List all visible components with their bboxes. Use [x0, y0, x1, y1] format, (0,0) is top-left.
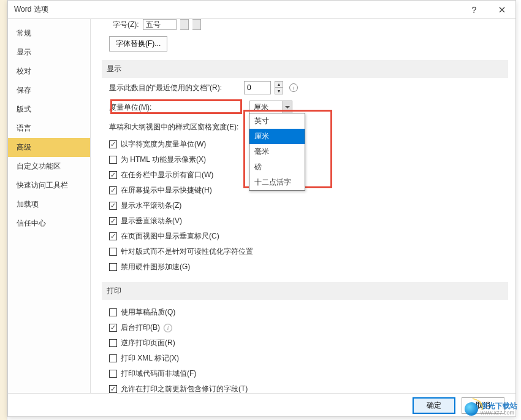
recent-docs-spinner: ▲ ▼ — [275, 81, 283, 94]
checkbox[interactable] — [109, 370, 117, 378]
cb-label[interactable]: 后台打印(B) — [121, 323, 160, 333]
sidebar-item-trust-center[interactable]: 信任中心 — [8, 214, 90, 233]
cb-shortcut-tips: 在屏幕提示中显示快捷键(H) — [102, 183, 513, 198]
dropdown-item-mm[interactable]: 毫米 — [249, 144, 305, 159]
recent-docs-row: 显示此数目的“最近使用的文档”(R): ▲ ▼ i — [102, 78, 513, 97]
cb-label[interactable]: 禁用硬件图形加速(G) — [121, 262, 190, 272]
cb-label[interactable]: 在页面视图中显示垂直标尺(C) — [121, 231, 219, 242]
titlebar: Word 选项 ? — [8, 1, 515, 19]
dialog-footer: 确定 取消 — [8, 393, 515, 418]
cb-optimize-layout: 针对版式而不是针对可读性优化字符位置 — [102, 244, 513, 259]
sidebar: 常规 显示 校对 保存 版式 语言 高级 自定义功能区 快速访问工具栏 加载项 … — [8, 19, 91, 393]
checkbox[interactable] — [109, 324, 117, 332]
sidebar-item-customize-ribbon[interactable]: 自定义功能区 — [8, 157, 90, 176]
background-edge — [0, 0, 7, 420]
draft-width-row: 草稿和大纲视图中的样式区窗格宽度(E): — [102, 117, 513, 137]
sidebar-item-advanced[interactable]: 高级 — [8, 138, 90, 157]
sidebar-item-layout[interactable]: 版式 — [8, 100, 90, 119]
spinner-down-icon[interactable]: ▼ — [275, 88, 283, 94]
checkbox[interactable] — [109, 202, 117, 210]
font-substitute-button[interactable]: 字体替换(F)... — [109, 36, 167, 52]
cb-disable-hw-accel: 禁用硬件图形加速(G) — [102, 259, 513, 275]
font-size-row: 字号(Z): 五号 — [102, 20, 513, 29]
font-size-spinner[interactable] — [180, 19, 189, 30]
sidebar-item-display[interactable]: 显示 — [8, 43, 90, 62]
close-button[interactable] — [488, 1, 515, 19]
checkbox[interactable] — [109, 354, 117, 362]
spinner-up-icon[interactable]: ▲ — [275, 81, 283, 88]
cb-background-print: 后台打印(B)i — [102, 320, 513, 335]
checkbox[interactable] — [109, 156, 117, 164]
checkbox[interactable] — [109, 385, 117, 393]
help-button[interactable]: ? — [460, 1, 488, 19]
font-size-apply[interactable] — [192, 19, 201, 30]
recent-docs-input[interactable] — [244, 81, 271, 94]
scroll-area[interactable]: 字号(Z): 五号 字体替换(F)... 显示 显示此数目的“最近使用的文档”(… — [102, 19, 515, 393]
cb-html-pixels: 为 HTML 功能显示像素(X) — [102, 152, 513, 167]
sidebar-item-proofing[interactable]: 校对 — [8, 62, 90, 81]
checkbox[interactable] — [109, 140, 117, 148]
dropdown-item-pica[interactable]: 十二点活字 — [249, 175, 305, 190]
dropdown-item-inch[interactable]: 英寸 — [249, 113, 305, 129]
measure-unit-row: 度量单位(M): 厘米 — [102, 97, 513, 117]
checkbox[interactable] — [109, 263, 117, 271]
cb-draft-quality: 使用草稿品质(Q) — [102, 305, 513, 320]
word-options-dialog: Word 选项 ? 常规 显示 校对 保存 版式 语言 高级 自定义功能区 快速… — [7, 0, 516, 417]
cb-print-field-codes: 打印域代码而非域值(F) — [102, 366, 513, 381]
checkbox[interactable] — [109, 339, 117, 347]
measure-unit-label: 度量单位(M): — [109, 102, 151, 113]
font-size-label: 字号(Z): — [113, 20, 139, 30]
sidebar-item-language[interactable]: 语言 — [8, 119, 90, 138]
cb-label[interactable]: 允许在打印之前更新包含修订的字段(T) — [121, 384, 248, 393]
sidebar-item-general[interactable]: 常规 — [8, 24, 90, 43]
checkbox[interactable] — [109, 308, 117, 316]
cb-update-tracked-fields: 允许在打印之前更新包含修订的字段(T) — [102, 381, 513, 393]
ok-button[interactable]: 确定 — [413, 397, 455, 414]
checkbox[interactable] — [109, 186, 117, 194]
cb-reverse-print: 逆序打印页面(R) — [102, 335, 513, 351]
recent-docs-label: 显示此数目的“最近使用的文档”(R): — [109, 83, 222, 93]
cb-label[interactable]: 显示水平滚动条(Z) — [121, 200, 181, 211]
sidebar-item-addins[interactable]: 加载项 — [8, 195, 90, 214]
cb-print-xml: 打印 XML 标记(X) — [102, 351, 513, 366]
sidebar-item-save[interactable]: 保存 — [8, 81, 90, 100]
measure-unit-select[interactable]: 厘米 — [249, 101, 292, 114]
cb-label[interactable]: 以字符宽度为度量单位(W) — [121, 139, 206, 150]
close-icon — [499, 7, 505, 13]
cb-taskbar-windows: 在任务栏中显示所有窗口(W) — [102, 167, 513, 183]
watermark-text: 极光下载站 www.xz7.com — [481, 402, 517, 416]
checkbox[interactable] — [109, 232, 117, 240]
section-display-header: 显示 — [102, 60, 508, 78]
cb-label[interactable]: 打印域代码而非域值(F) — [121, 368, 196, 379]
checkbox[interactable] — [109, 217, 117, 225]
cb-label[interactable]: 使用草稿品质(Q) — [121, 307, 175, 318]
sidebar-item-qat[interactable]: 快速访问工具栏 — [8, 176, 90, 195]
cb-v-ruler: 在页面视图中显示垂直标尺(C) — [102, 229, 513, 244]
cb-v-scrollbar: 显示垂直滚动条(V) — [102, 213, 513, 229]
watermark-logo-icon — [465, 402, 478, 416]
dialog-body: 常规 显示 校对 保存 版式 语言 高级 自定义功能区 快速访问工具栏 加载项 … — [8, 19, 515, 393]
cb-h-scrollbar: 显示水平滚动条(Z) — [102, 198, 513, 213]
cb-label[interactable]: 逆序打印页面(R) — [121, 338, 175, 348]
checkbox[interactable] — [109, 171, 117, 179]
cb-label[interactable]: 在任务栏中显示所有窗口(W) — [121, 170, 213, 180]
cb-label[interactable]: 为 HTML 功能显示像素(X) — [121, 155, 206, 165]
cb-label[interactable]: 显示垂直滚动条(V) — [121, 216, 182, 226]
chevron-down-icon — [282, 101, 292, 113]
font-size-combo[interactable]: 五号 — [143, 19, 177, 30]
cb-char-width: 以字符宽度为度量单位(W) — [102, 137, 513, 152]
cb-label[interactable]: 针对版式而不是针对可读性优化字符位置 — [121, 246, 253, 257]
checkbox[interactable] — [109, 248, 117, 256]
unit-dropdown[interactable]: 英寸 厘米 毫米 磅 十二点活字 — [249, 113, 305, 191]
info-icon[interactable]: i — [289, 83, 298, 92]
content-area: 字号(Z): 五号 字体替换(F)... 显示 显示此数目的“最近使用的文档”(… — [91, 19, 515, 393]
cb-label[interactable]: 打印 XML 标记(X) — [121, 353, 179, 364]
cb-label[interactable]: 在屏幕提示中显示快捷键(H) — [121, 185, 212, 196]
dropdown-item-cm[interactable]: 厘米 — [249, 129, 305, 144]
draft-width-label: 草稿和大纲视图中的样式区窗格宽度(E): — [109, 122, 238, 132]
window-title: Word 选项 — [14, 4, 460, 15]
info-icon[interactable]: i — [164, 324, 172, 332]
dropdown-item-pt[interactable]: 磅 — [249, 159, 305, 175]
section-print-header: 打印 — [102, 282, 508, 300]
measure-unit-value: 厘米 — [254, 102, 268, 113]
